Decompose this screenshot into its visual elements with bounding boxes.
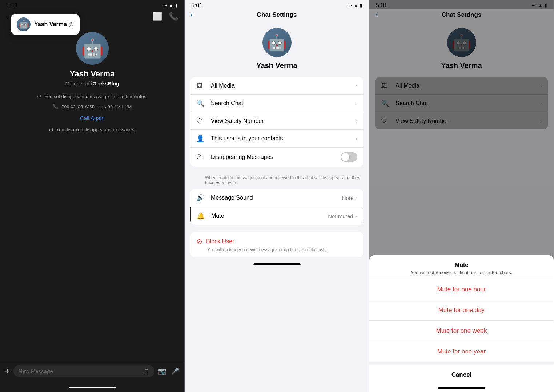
safety-number-label: View Safety Number: [211, 118, 356, 124]
popup-name: Yash Verma: [34, 21, 67, 27]
chat-input-bar: + New Message 🗒 📷 🎤: [0, 361, 184, 384]
mic-icon[interactable]: 🎤: [171, 367, 179, 375]
disappearing-messages-item[interactable]: ⏱ Disappearing Messages: [190, 148, 363, 167]
phone2-chat-settings: 5:01 ···· ▲ ▮ ‹ Chat Settings 🤖 Yash Ver…: [185, 0, 369, 392]
member-label: Member of: [65, 81, 91, 87]
timer-icon1: ⏱: [37, 94, 41, 99]
avatar-robot-icon: 🤖: [81, 38, 104, 59]
shield-icon: 🛡: [196, 117, 206, 125]
mute-one-year-button[interactable]: Mute for one year: [369, 341, 554, 362]
mute-one-day-button[interactable]: Mute for one day: [369, 300, 554, 321]
mute-one-week-button[interactable]: Mute for one week: [369, 321, 554, 341]
block-section[interactable]: ⊘ Block User You will no longer receive …: [190, 232, 363, 257]
mute-value: Not muted: [328, 213, 353, 219]
message-sound-value: Note: [342, 195, 354, 201]
settings-menu-list: 🖼 All Media › 🔍 Search Chat › 🛡 View Saf…: [190, 77, 363, 167]
phone2-signal: ····: [347, 3, 352, 8]
disappearing-toggle[interactable]: [341, 152, 357, 162]
settings-nav: ‹ Chat Settings: [185, 9, 369, 22]
video-call-icon[interactable]: ⬜: [152, 12, 162, 21]
contacts-label: This user is in your contacts: [211, 135, 356, 142]
chat-member-of: Member of iGeeksBlog: [65, 81, 119, 87]
chat-content: 🤖 Yash Verma Member of iGeeksBlog ⏱ You …: [0, 25, 184, 361]
phone1-home-indicator: [69, 387, 116, 388]
sticker-icon: 🗒: [144, 368, 149, 374]
mute-one-hour-button[interactable]: Mute for one hour: [369, 279, 554, 300]
mute-cancel-button[interactable]: Cancel: [369, 362, 554, 385]
message-sound-item[interactable]: 🔊 Message Sound Note ›: [190, 189, 363, 207]
search-chat-item[interactable]: 🔍 Search Chat ›: [190, 95, 363, 112]
mute-chevron: ›: [355, 213, 357, 219]
chat-username: Yash Verma: [70, 69, 115, 79]
chat-avatar-large[interactable]: 🤖: [76, 32, 109, 65]
mute-modal-title: Mute: [375, 262, 548, 268]
mute-modal: Mute You will not receive notifications …: [369, 255, 554, 392]
search-icon: 🔍: [196, 99, 206, 107]
all-media-label: All Media: [211, 83, 356, 89]
contacts-item[interactable]: 👤 This user is in your contacts ›: [190, 130, 363, 148]
phone-call-icon[interactable]: 📞: [169, 12, 178, 21]
phone2-wifi: ▲: [354, 3, 358, 8]
disappearing-label: Disappearing Messages: [211, 154, 341, 160]
camera-icon[interactable]: 📷: [158, 367, 166, 375]
settings-profile: 🤖 Yash Verma: [185, 22, 369, 77]
phone1-status-icons: ···· ▲ ▮: [162, 3, 178, 8]
phone2-home-indicator: [253, 263, 301, 265]
user-icon: 👤: [196, 135, 206, 143]
mute-item[interactable]: 🔔 Mute Not muted ›: [190, 207, 363, 225]
block-icon: ⊘: [196, 237, 202, 246]
phone3-wrapper: 5:01 ···· ▲ ▮ ‹ Chat Settings 🤖 Yash Ver…: [369, 0, 554, 392]
all-media-chevron: ›: [356, 83, 357, 89]
name-popup[interactable]: 🤖 Yash Verma @: [11, 14, 80, 35]
call-msg: 📞 You called Yash · 11 Jan 4:31 PM: [7, 104, 177, 109]
contacts-chevron: ›: [356, 136, 357, 141]
phone1-status-bar: 5:01 ···· ▲ ▮: [0, 0, 184, 9]
member-group: iGeeksBlog: [91, 81, 119, 87]
message-input[interactable]: New Message 🗒: [13, 365, 154, 377]
popup-avatar: 🤖: [17, 17, 31, 31]
chat-messages: ⏱ You set disappearing message time to 5…: [7, 94, 177, 132]
phone2-status-bar: 5:01 ···· ▲ ▮: [185, 0, 369, 9]
timer-icon: ⏱: [196, 153, 206, 161]
message-placeholder: New Message: [19, 368, 53, 374]
bell-icon: 🔔: [197, 212, 207, 220]
safety-number-chevron: ›: [356, 118, 357, 124]
chat-back-button[interactable]: ‹: [6, 12, 8, 21]
media-icon: 🖼: [196, 82, 206, 89]
settings-username: Yash Verma: [256, 61, 297, 70]
block-title: ⊘ Block User: [196, 237, 357, 246]
add-attachment-button[interactable]: +: [5, 367, 10, 376]
settings-back-button[interactable]: ‹: [190, 11, 193, 19]
popup-at-symbol: @: [68, 21, 73, 27]
mute-modal-description: You will not receive notifications for m…: [375, 270, 548, 275]
phone1-battery-icon: ▮: [175, 3, 178, 8]
mute-label: Mute: [211, 213, 328, 219]
search-chat-chevron: ›: [356, 100, 357, 106]
safety-number-item[interactable]: 🛡 View Safety Number ›: [190, 112, 363, 130]
timer-icon2: ⏱: [49, 127, 53, 132]
call-icon: 📞: [53, 104, 59, 109]
phone2-status-icons: ···· ▲ ▮: [347, 3, 362, 8]
disappearing-note: When enabled, messages sent and received…: [185, 174, 369, 189]
block-description: You will no longer receive messages or u…: [196, 247, 357, 252]
phone3-home-indicator: [438, 387, 485, 389]
phone1-chat-screen: 5:01 ···· ▲ ▮ 🤖 Yash Verma @ ‹ ⬜ 📞 🤖 Yas…: [0, 0, 185, 392]
phone2-time: 5:01: [191, 2, 202, 9]
settings-avatar[interactable]: 🤖: [262, 28, 292, 57]
message-sound-label: Message Sound: [211, 195, 342, 201]
settings-title: Chat Settings: [257, 11, 297, 19]
all-media-item[interactable]: 🖼 All Media ›: [190, 77, 363, 95]
phone1-time: 5:01: [7, 2, 18, 9]
chat-input-icons: 📷 🎤: [158, 367, 179, 375]
phone1-signal-dots: ····: [162, 3, 167, 8]
avatar-icon: 🤖: [267, 33, 287, 52]
popup-name-container: Yash Verma @: [34, 21, 74, 28]
sound-mute-list: 🔊 Message Sound Note › 🔔 Mute Not muted …: [190, 189, 363, 225]
phone2-battery: ▮: [360, 3, 362, 8]
search-chat-label: Search Chat: [211, 100, 356, 107]
disappearing-msg: ⏱ You set disappearing message time to 5…: [7, 94, 177, 99]
block-label: Block User: [206, 238, 234, 245]
phone3-mute-modal-screen: 5:01 ···· ▲ ▮ ‹ Chat Settings 🤖 Yash Ver…: [369, 0, 554, 392]
call-again-button[interactable]: Call Again: [7, 115, 177, 121]
phone1-wifi-icon: ▲: [169, 3, 173, 8]
